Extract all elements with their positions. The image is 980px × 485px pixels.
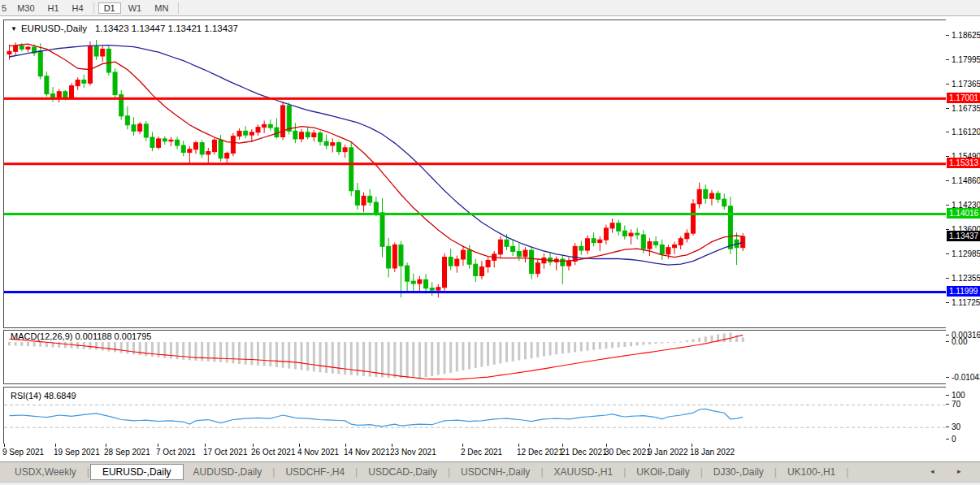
date-axis-label: 18 Jan 2022 <box>690 448 735 457</box>
rsi-axis-label: 100 <box>952 391 965 400</box>
date-axis-label: 4 Nov 2021 <box>297 448 339 457</box>
timeframe-button-mn[interactable]: MN <box>149 2 174 14</box>
tab-separator: | <box>448 466 450 478</box>
macd-label: MACD(12,26,9) 0.001188 0.001795 <box>11 331 151 341</box>
date-axis-label: 14 Nov 2021 <box>344 448 390 457</box>
timeframe-button-h1[interactable]: H1 <box>42 2 65 14</box>
price-axis-tick <box>946 108 949 109</box>
date-axis-label: 21 Dec 2021 <box>561 448 607 457</box>
chart-symbol-label: EURUSD-,Daily <box>21 24 87 33</box>
price-axis-tick <box>946 84 949 84</box>
chart-tab-bar: USDX,Weekly|EURUSD-,DailyAUDUSD-,Daily|U… <box>0 461 980 482</box>
price-axis-label: 1.17365 <box>952 80 980 89</box>
price-axis-tick <box>946 302 949 303</box>
timeframe-button-w1[interactable]: W1 <box>123 2 148 14</box>
price-level-line[interactable] <box>4 97 947 100</box>
tab-eurusd-daily[interactable]: EURUSD-,Daily <box>90 464 184 480</box>
rsi-indicator-chart[interactable] <box>3 387 947 445</box>
macd-axis-tick <box>946 341 949 342</box>
price-level-line[interactable] <box>4 162 947 165</box>
date-axis-label: 9 Jan 2022 <box>648 448 688 457</box>
date-axis-label: 2 Dec 2021 <box>461 448 502 457</box>
tab-uk100-h1[interactable]: UK100-,H1 <box>778 464 845 480</box>
price-axis-label: 1.16735 <box>952 104 980 113</box>
price-level-tag: 1.17001 <box>947 93 980 103</box>
price-axis-tick <box>946 59 949 60</box>
date-axis-tick <box>205 444 206 447</box>
timeframe-button-5[interactable]: 5 <box>1 2 10 14</box>
date-axis[interactable]: 9 Sep 202119 Sep 202128 Sep 20217 Oct 20… <box>0 444 980 460</box>
date-axis-label: 17 Oct 2021 <box>203 448 247 457</box>
tab-separator: | <box>700 466 703 478</box>
date-axis-tick <box>299 444 300 447</box>
rsi-axis-tick <box>946 439 949 440</box>
price-level-line[interactable] <box>4 213 947 215</box>
price-level-tag: 1.14016 <box>947 208 980 219</box>
date-axis-tick <box>606 444 607 447</box>
tab-audusd-daily[interactable]: AUDUSD-,Daily <box>184 464 272 480</box>
rsi-axis-tick <box>946 427 949 427</box>
macd-axis-tick <box>946 377 949 378</box>
toolbar-separator <box>93 2 94 14</box>
tab-separator: | <box>623 466 626 478</box>
price-axis[interactable]: 1.186251.179951.173651.167351.161201.154… <box>946 19 980 460</box>
date-axis-label: 28 Sep 2021 <box>104 448 150 457</box>
price-level-line[interactable] <box>4 291 947 293</box>
date-axis-label: 9 Sep 2021 <box>2 448 44 457</box>
status-bar <box>0 482 980 485</box>
date-axis-label: 7 Oct 2021 <box>156 448 196 457</box>
chart-ohlc-values: 1.13423 1.13447 1.13421 1.13437 <box>95 24 238 33</box>
price-axis-label: 1.17995 <box>952 55 980 64</box>
tab-usdcnh-daily[interactable]: USDCNH-,Daily <box>451 464 540 480</box>
rsi-axis-label: 0 <box>952 435 956 444</box>
rsi-axis-label: 30 <box>952 422 960 431</box>
macd-axis-label: 0.00 <box>952 337 967 346</box>
chart-title: ▼EURUSD-,Daily1.13423 1.13447 1.13421 1.… <box>11 24 238 33</box>
price-axis-label: 1.16120 <box>952 128 980 136</box>
date-axis-tick <box>55 444 56 447</box>
date-axis-tick <box>4 444 5 447</box>
tab-separator: | <box>272 466 275 478</box>
tab-ukoil-daily[interactable]: UKOil-,Daily <box>627 464 699 480</box>
tab-dj30-daily[interactable]: DJ30-,Daily <box>704 464 774 480</box>
tab-usdchf-h4[interactable]: USDCHF-,H4 <box>275 464 354 480</box>
tab-separator: | <box>540 466 543 478</box>
symbol-dropdown-icon[interactable]: ▼ <box>11 25 17 32</box>
tab-separator: | <box>846 466 848 478</box>
rsi-label: RSI(14) 48.6849 <box>11 391 76 401</box>
rsi-axis-tick <box>946 395 949 396</box>
price-axis-tick <box>946 205 949 206</box>
date-axis-tick <box>106 444 106 447</box>
timeframe-toolbar: 5M30H1H4D1W1MN <box>0 0 980 16</box>
price-level-tag: 1.11999 <box>947 286 980 297</box>
date-axis-tick <box>649 444 650 447</box>
price-axis-label: 1.12355 <box>952 274 980 283</box>
tab-scroll-right-icon[interactable]: ▸ <box>957 467 961 475</box>
date-axis-label: 12 Dec 2021 <box>517 448 563 457</box>
rsi-axis-tick <box>946 404 949 405</box>
date-axis-label: 30 Dec 2021 <box>605 448 651 457</box>
date-axis-tick <box>345 444 346 447</box>
price-axis-tick <box>946 156 949 157</box>
timeframe-button-d1[interactable]: D1 <box>98 2 121 14</box>
tab-scroll-left-icon[interactable]: ◂ <box>930 467 934 475</box>
timeframe-button-h4[interactable]: H4 <box>67 2 89 14</box>
rsi-axis-label: 70 <box>952 400 960 409</box>
price-level-tag: 1.15313 <box>947 158 980 168</box>
tab-xauusd-h1[interactable]: XAUUSD-,H1 <box>544 464 623 480</box>
date-axis-tick <box>462 444 463 447</box>
date-axis-tick <box>253 444 254 447</box>
macd-axis-tick <box>946 335 949 336</box>
tab-separator: | <box>355 466 358 478</box>
tab-usdcad-daily[interactable]: USDCAD-,Daily <box>358 464 447 480</box>
mt4-terminal-window: 5M30H1H4D1W1MN ▼EURUSD-,Daily1.13423 1.1… <box>0 0 980 485</box>
price-axis-tick <box>946 278 949 279</box>
tab-usdx-weekly[interactable]: USDX,Weekly <box>5 464 86 480</box>
date-axis-tick <box>158 444 158 447</box>
date-axis-tick <box>562 444 563 447</box>
price-axis-tick <box>946 132 949 132</box>
price-axis-label: 1.11725 <box>952 298 980 307</box>
price-axis-tick <box>946 253 949 254</box>
timeframe-button-m30[interactable]: M30 <box>11 2 40 14</box>
candlestick-chart[interactable] <box>3 19 947 328</box>
